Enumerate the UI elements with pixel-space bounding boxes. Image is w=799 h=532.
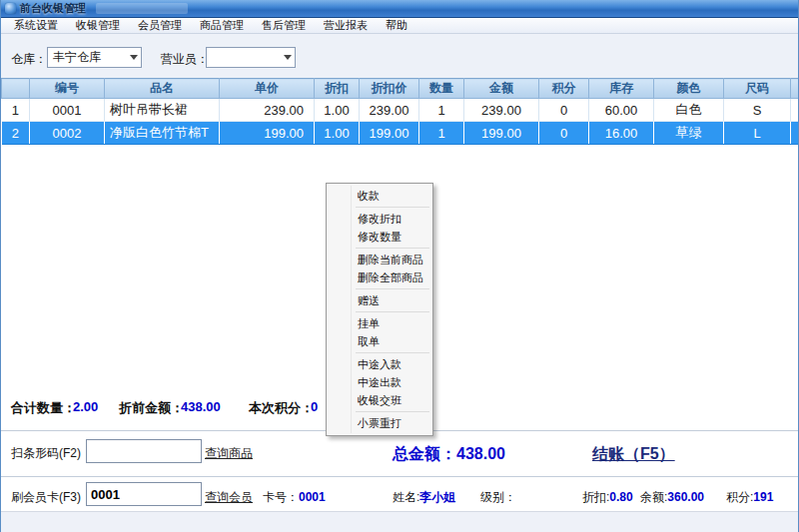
member-name-label: 姓名:: [393, 490, 419, 504]
table-row-selected[interactable]: 2 0002 净版白色竹节棉T 199.00 1.00 199.00 1 199…: [2, 122, 799, 145]
cell-stock: 60.00: [589, 99, 654, 122]
total-qty-label: 合计数量：: [11, 399, 76, 417]
col-points[interactable]: 积分: [539, 79, 589, 99]
menu-item-reprint-receipt[interactable]: 小票重打: [328, 414, 431, 432]
barcode-input[interactable]: [86, 439, 202, 463]
search-member-link[interactable]: 查询会员: [205, 489, 253, 506]
menu-help[interactable]: 帮助: [377, 18, 416, 33]
menu-item-cash-in[interactable]: 中途入款: [328, 355, 431, 373]
menu-item-shift-change[interactable]: 收银交班: [328, 391, 431, 409]
menu-item-modify-quantity[interactable]: 修改数量: [328, 228, 431, 246]
col-filler: [791, 79, 799, 99]
title-redacted-area: [96, 3, 188, 14]
col-size[interactable]: 尺码: [724, 79, 791, 99]
menu-item-gift[interactable]: 赠送: [328, 291, 431, 309]
session-points-value: 0: [311, 399, 318, 414]
cell-name: 树叶吊带长裙: [105, 99, 220, 122]
menu-item-delete-all-products[interactable]: 删除全部商品: [328, 268, 431, 286]
cell-rownum: 1: [2, 99, 30, 122]
member-discount-label: 折扣:: [582, 490, 609, 504]
member-points-label: 积分:: [726, 490, 753, 504]
col-rownum[interactable]: [2, 79, 30, 99]
col-stock[interactable]: 库存: [589, 79, 654, 99]
col-color[interactable]: 颜色: [654, 79, 724, 99]
menu-member-management[interactable]: 会员管理: [129, 18, 191, 33]
cell-discount: 1.00: [315, 99, 360, 122]
menu-separator: [356, 207, 429, 208]
menu-item-delete-current-product[interactable]: 删除当前商品: [328, 251, 431, 268]
warehouse-selected-value: 丰宁仓库: [53, 49, 101, 66]
menu-item-retrieve-order[interactable]: 取单: [328, 332, 431, 350]
member-name-field: 姓名:李小姐: [393, 489, 455, 506]
member-discount-field: 折扣:0.80: [582, 489, 633, 506]
member-card-input[interactable]: [86, 482, 202, 506]
context-menu: 收款 修改折扣 修改数量 删除当前商品 删除全部商品 赠送 挂单 取单 中途入款…: [326, 183, 433, 436]
cell-points: 0: [539, 99, 589, 122]
menu-separator: [356, 352, 429, 353]
cell-code: 0002: [30, 122, 105, 145]
menu-separator: [356, 288, 429, 289]
card-no-field: 卡号：0001: [263, 489, 326, 506]
app-window: 前台收银管理 系统设置 收银管理 会员管理 商品管理 售后管理 营业报表 帮助 …: [0, 0, 799, 532]
clerk-label: 营业员：: [161, 51, 209, 68]
cell-amount: 239.00: [464, 99, 539, 122]
chevron-down-icon: [284, 55, 292, 60]
search-product-link[interactable]: 查询商品: [205, 445, 253, 462]
col-amount[interactable]: 金额: [464, 79, 539, 99]
cell-points: 0: [539, 122, 589, 145]
menu-system-settings[interactable]: 系统设置: [5, 18, 67, 33]
member-balance-field: 余额:360.00: [640, 489, 704, 506]
menu-item-hold-order[interactable]: 挂单: [328, 314, 431, 332]
col-code[interactable]: 编号: [30, 79, 105, 99]
cell-discount-price: 199.00: [360, 122, 419, 145]
member-level-label: 级别：: [480, 490, 516, 504]
title-bar[interactable]: 前台收银管理: [1, 0, 798, 18]
cell-size: L: [724, 122, 791, 145]
warehouse-label: 仓库：: [11, 51, 47, 68]
cell-discount: 1.00: [315, 122, 360, 145]
member-level-field: 级别：: [480, 489, 516, 506]
table-header-row: 编号 品名 单价 折扣 折扣价 数量 金额 积分 库存 颜色 尺码: [2, 79, 799, 99]
col-name[interactable]: 品名: [105, 79, 220, 99]
menu-aftersales-management[interactable]: 售后管理: [253, 18, 315, 33]
table-row[interactable]: 1 0001 树叶吊带长裙 239.00 1.00 239.00 1 239.0…: [2, 99, 799, 122]
col-discount-price[interactable]: 折扣价: [360, 79, 419, 99]
clerk-select[interactable]: [206, 47, 296, 68]
window-title: 前台收银管理: [20, 1, 86, 16]
cell-amount: 199.00: [464, 122, 539, 145]
chevron-down-icon: [130, 55, 138, 60]
app-icon: [5, 3, 16, 14]
cell-qty: 1: [419, 122, 464, 145]
menu-separator: [356, 411, 429, 412]
cell-rownum: 2: [2, 122, 30, 145]
member-name-value: 李小姐: [419, 490, 455, 504]
member-discount-value: 0.80: [609, 490, 632, 504]
cell-color: 白色: [654, 99, 724, 122]
member-points-value: 191: [753, 490, 773, 504]
menu-cashier-management[interactable]: 收银管理: [67, 18, 129, 33]
col-price[interactable]: 单价: [220, 79, 315, 99]
member-balance-value: 360.00: [667, 490, 704, 504]
warehouse-select[interactable]: 丰宁仓库: [47, 47, 142, 68]
total-qty-value: 2.00: [73, 399, 98, 414]
menu-item-modify-discount[interactable]: 修改折扣: [328, 210, 431, 228]
menu-separator: [356, 248, 429, 249]
member-balance-label: 余额:: [640, 490, 667, 504]
member-card-label: 刷会员卡(F3): [11, 489, 81, 506]
pre-discount-value: 438.00: [181, 399, 221, 414]
cell-size: S: [724, 99, 791, 122]
col-qty[interactable]: 数量: [419, 79, 464, 99]
menu-item-receive-payment[interactable]: 收款: [328, 187, 431, 205]
col-discount[interactable]: 折扣: [315, 79, 360, 99]
grand-total-label: 总金额：: [393, 445, 456, 462]
session-points-label: 本次积分：: [249, 399, 314, 417]
cell-qty: 1: [419, 99, 464, 122]
cell-name: 净版白色竹节棉T: [105, 122, 220, 145]
card-no-label: 卡号：: [263, 490, 299, 504]
checkout-button[interactable]: 结账（F5）: [592, 444, 675, 465]
menu-product-management[interactable]: 商品管理: [191, 18, 253, 33]
menu-item-cash-out[interactable]: 中途出款: [328, 373, 431, 391]
menu-business-reports[interactable]: 营业报表: [315, 18, 377, 33]
cell-discount-price: 239.00: [360, 99, 419, 122]
grand-total-value: 438.00: [456, 445, 505, 462]
